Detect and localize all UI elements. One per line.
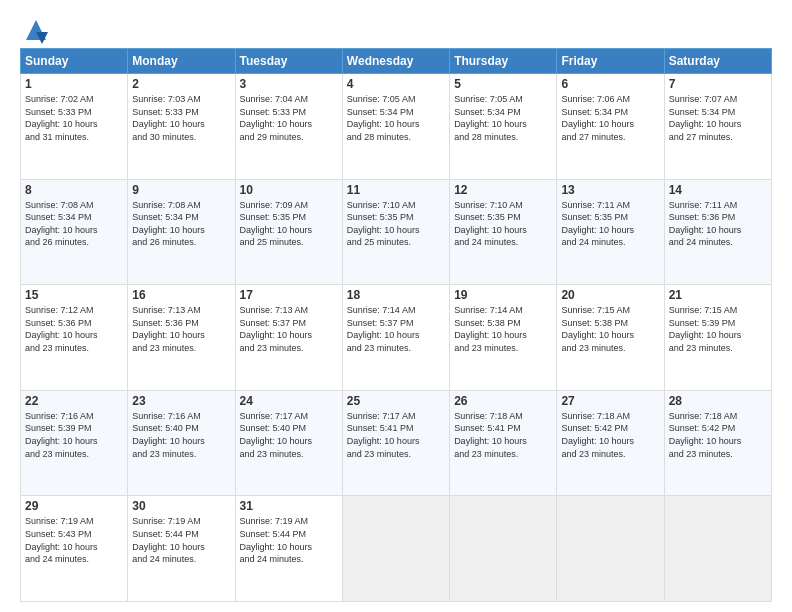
calendar-col-saturday: Saturday: [664, 49, 771, 74]
day-info: Sunrise: 7:13 AM Sunset: 5:36 PM Dayligh…: [132, 304, 230, 354]
calendar-col-tuesday: Tuesday: [235, 49, 342, 74]
calendar-cell: 14Sunrise: 7:11 AM Sunset: 5:36 PM Dayli…: [664, 179, 771, 285]
day-info: Sunrise: 7:17 AM Sunset: 5:41 PM Dayligh…: [347, 410, 445, 460]
calendar-cell: 30Sunrise: 7:19 AM Sunset: 5:44 PM Dayli…: [128, 496, 235, 602]
day-number: 23: [132, 394, 230, 408]
calendar-row: 15Sunrise: 7:12 AM Sunset: 5:36 PM Dayli…: [21, 285, 772, 391]
day-info: Sunrise: 7:15 AM Sunset: 5:38 PM Dayligh…: [561, 304, 659, 354]
day-number: 24: [240, 394, 338, 408]
calendar-cell: 20Sunrise: 7:15 AM Sunset: 5:38 PM Dayli…: [557, 285, 664, 391]
calendar-cell: 29Sunrise: 7:19 AM Sunset: 5:43 PM Dayli…: [21, 496, 128, 602]
calendar-cell: 22Sunrise: 7:16 AM Sunset: 5:39 PM Dayli…: [21, 390, 128, 496]
calendar-cell: 9Sunrise: 7:08 AM Sunset: 5:34 PM Daylig…: [128, 179, 235, 285]
calendar-col-friday: Friday: [557, 49, 664, 74]
day-number: 8: [25, 183, 123, 197]
day-number: 29: [25, 499, 123, 513]
day-info: Sunrise: 7:09 AM Sunset: 5:35 PM Dayligh…: [240, 199, 338, 249]
calendar-table: SundayMondayTuesdayWednesdayThursdayFrid…: [20, 48, 772, 602]
day-number: 17: [240, 288, 338, 302]
calendar-cell: 21Sunrise: 7:15 AM Sunset: 5:39 PM Dayli…: [664, 285, 771, 391]
day-info: Sunrise: 7:14 AM Sunset: 5:38 PM Dayligh…: [454, 304, 552, 354]
calendar-cell: 12Sunrise: 7:10 AM Sunset: 5:35 PM Dayli…: [450, 179, 557, 285]
day-info: Sunrise: 7:12 AM Sunset: 5:36 PM Dayligh…: [25, 304, 123, 354]
day-number: 25: [347, 394, 445, 408]
calendar-cell: 24Sunrise: 7:17 AM Sunset: 5:40 PM Dayli…: [235, 390, 342, 496]
day-info: Sunrise: 7:02 AM Sunset: 5:33 PM Dayligh…: [25, 93, 123, 143]
day-number: 30: [132, 499, 230, 513]
day-info: Sunrise: 7:16 AM Sunset: 5:39 PM Dayligh…: [25, 410, 123, 460]
calendar-col-wednesday: Wednesday: [342, 49, 449, 74]
day-info: Sunrise: 7:06 AM Sunset: 5:34 PM Dayligh…: [561, 93, 659, 143]
calendar-cell: 10Sunrise: 7:09 AM Sunset: 5:35 PM Dayli…: [235, 179, 342, 285]
calendar-row: 8Sunrise: 7:08 AM Sunset: 5:34 PM Daylig…: [21, 179, 772, 285]
calendar-cell: 3Sunrise: 7:04 AM Sunset: 5:33 PM Daylig…: [235, 74, 342, 180]
day-number: 1: [25, 77, 123, 91]
day-number: 7: [669, 77, 767, 91]
day-number: 10: [240, 183, 338, 197]
calendar-row: 1Sunrise: 7:02 AM Sunset: 5:33 PM Daylig…: [21, 74, 772, 180]
day-number: 2: [132, 77, 230, 91]
calendar-cell: 8Sunrise: 7:08 AM Sunset: 5:34 PM Daylig…: [21, 179, 128, 285]
day-number: 21: [669, 288, 767, 302]
calendar-body: 1Sunrise: 7:02 AM Sunset: 5:33 PM Daylig…: [21, 74, 772, 602]
day-number: 18: [347, 288, 445, 302]
day-info: Sunrise: 7:11 AM Sunset: 5:35 PM Dayligh…: [561, 199, 659, 249]
calendar-header-row: SundayMondayTuesdayWednesdayThursdayFrid…: [21, 49, 772, 74]
calendar-cell: [664, 496, 771, 602]
calendar-col-monday: Monday: [128, 49, 235, 74]
calendar-cell: 16Sunrise: 7:13 AM Sunset: 5:36 PM Dayli…: [128, 285, 235, 391]
day-number: 31: [240, 499, 338, 513]
calendar-cell: 11Sunrise: 7:10 AM Sunset: 5:35 PM Dayli…: [342, 179, 449, 285]
calendar-cell: 2Sunrise: 7:03 AM Sunset: 5:33 PM Daylig…: [128, 74, 235, 180]
day-number: 15: [25, 288, 123, 302]
calendar-col-sunday: Sunday: [21, 49, 128, 74]
day-info: Sunrise: 7:11 AM Sunset: 5:36 PM Dayligh…: [669, 199, 767, 249]
day-info: Sunrise: 7:10 AM Sunset: 5:35 PM Dayligh…: [347, 199, 445, 249]
calendar-cell: 28Sunrise: 7:18 AM Sunset: 5:42 PM Dayli…: [664, 390, 771, 496]
day-info: Sunrise: 7:03 AM Sunset: 5:33 PM Dayligh…: [132, 93, 230, 143]
day-info: Sunrise: 7:19 AM Sunset: 5:43 PM Dayligh…: [25, 515, 123, 565]
day-number: 4: [347, 77, 445, 91]
day-info: Sunrise: 7:18 AM Sunset: 5:41 PM Dayligh…: [454, 410, 552, 460]
day-number: 12: [454, 183, 552, 197]
day-info: Sunrise: 7:19 AM Sunset: 5:44 PM Dayligh…: [240, 515, 338, 565]
day-info: Sunrise: 7:08 AM Sunset: 5:34 PM Dayligh…: [25, 199, 123, 249]
day-info: Sunrise: 7:04 AM Sunset: 5:33 PM Dayligh…: [240, 93, 338, 143]
day-number: 11: [347, 183, 445, 197]
calendar-cell: 18Sunrise: 7:14 AM Sunset: 5:37 PM Dayli…: [342, 285, 449, 391]
calendar-cell: [450, 496, 557, 602]
calendar-cell: 4Sunrise: 7:05 AM Sunset: 5:34 PM Daylig…: [342, 74, 449, 180]
day-info: Sunrise: 7:07 AM Sunset: 5:34 PM Dayligh…: [669, 93, 767, 143]
day-number: 16: [132, 288, 230, 302]
day-number: 22: [25, 394, 123, 408]
day-info: Sunrise: 7:05 AM Sunset: 5:34 PM Dayligh…: [347, 93, 445, 143]
day-number: 5: [454, 77, 552, 91]
day-info: Sunrise: 7:14 AM Sunset: 5:37 PM Dayligh…: [347, 304, 445, 354]
day-info: Sunrise: 7:16 AM Sunset: 5:40 PM Dayligh…: [132, 410, 230, 460]
calendar-row: 22Sunrise: 7:16 AM Sunset: 5:39 PM Dayli…: [21, 390, 772, 496]
calendar-cell: 31Sunrise: 7:19 AM Sunset: 5:44 PM Dayli…: [235, 496, 342, 602]
day-info: Sunrise: 7:08 AM Sunset: 5:34 PM Dayligh…: [132, 199, 230, 249]
day-number: 3: [240, 77, 338, 91]
calendar-cell: 17Sunrise: 7:13 AM Sunset: 5:37 PM Dayli…: [235, 285, 342, 391]
calendar-cell: 27Sunrise: 7:18 AM Sunset: 5:42 PM Dayli…: [557, 390, 664, 496]
day-info: Sunrise: 7:19 AM Sunset: 5:44 PM Dayligh…: [132, 515, 230, 565]
day-info: Sunrise: 7:10 AM Sunset: 5:35 PM Dayligh…: [454, 199, 552, 249]
logo: [20, 16, 50, 40]
calendar-cell: 26Sunrise: 7:18 AM Sunset: 5:41 PM Dayli…: [450, 390, 557, 496]
day-number: 26: [454, 394, 552, 408]
calendar-cell: 7Sunrise: 7:07 AM Sunset: 5:34 PM Daylig…: [664, 74, 771, 180]
day-number: 6: [561, 77, 659, 91]
calendar-cell: 23Sunrise: 7:16 AM Sunset: 5:40 PM Dayli…: [128, 390, 235, 496]
day-number: 14: [669, 183, 767, 197]
day-info: Sunrise: 7:13 AM Sunset: 5:37 PM Dayligh…: [240, 304, 338, 354]
day-number: 13: [561, 183, 659, 197]
calendar-cell: 25Sunrise: 7:17 AM Sunset: 5:41 PM Dayli…: [342, 390, 449, 496]
calendar-cell: 5Sunrise: 7:05 AM Sunset: 5:34 PM Daylig…: [450, 74, 557, 180]
day-info: Sunrise: 7:18 AM Sunset: 5:42 PM Dayligh…: [669, 410, 767, 460]
day-number: 19: [454, 288, 552, 302]
calendar-cell: 13Sunrise: 7:11 AM Sunset: 5:35 PM Dayli…: [557, 179, 664, 285]
calendar-cell: [342, 496, 449, 602]
day-info: Sunrise: 7:05 AM Sunset: 5:34 PM Dayligh…: [454, 93, 552, 143]
calendar-cell: 15Sunrise: 7:12 AM Sunset: 5:36 PM Dayli…: [21, 285, 128, 391]
